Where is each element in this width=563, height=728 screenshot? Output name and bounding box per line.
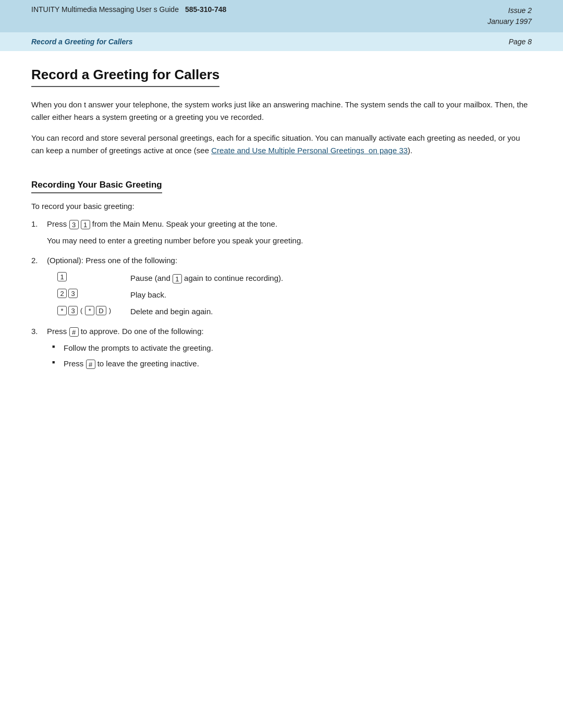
option-desc-2: Play back.	[130, 289, 532, 301]
option-keys-3: * 3 ( * D )	[57, 305, 130, 316]
bullet-2-text-after: to leave the greeting inactive.	[95, 359, 199, 368]
option-desc-3: Delete and begin again.	[130, 305, 532, 318]
page-wrapper: INTUITY Multimedia Messaging User s Guid…	[0, 0, 563, 728]
key-3: 3	[69, 220, 79, 229]
option-keys-1: 1	[57, 272, 130, 281]
step-2-text: (Optional): Press one of the following:	[47, 256, 177, 265]
header-right: Issue 2 January 1997	[487, 5, 532, 27]
section-heading: Recording Your Basic Greeting	[31, 180, 162, 193]
step-1-number: 1.	[31, 218, 38, 230]
options-table: 1 Pause (and 1 again to continue recordi…	[47, 272, 532, 318]
option-row-2: 2 3 Play back.	[57, 289, 532, 301]
step-1-text-after: from the Main Menu. Speak your greeting …	[90, 219, 277, 228]
bullet-item-2: Press # to leave the greeting inactive.	[52, 357, 532, 370]
step-1-note: You may need to enter a greeting number …	[47, 235, 532, 247]
step-3-text-after: to approve. Do one of the following:	[79, 327, 204, 336]
key-hash-2: #	[86, 360, 95, 369]
step-2: 2. (Optional): Press one of the followin…	[31, 254, 532, 318]
key-1-opt: 1	[57, 272, 67, 281]
key-star-d: *	[85, 306, 94, 315]
subheader-band: Record a Greeting for Callers Page 8	[0, 32, 563, 51]
step-1-text-before: Press	[47, 219, 69, 228]
bullet-item-1: Follow the prompts to activate the greet…	[52, 342, 532, 354]
key-2-opt: 2	[57, 289, 67, 298]
key-1-pause: 1	[173, 274, 182, 283]
header-title: INTUITY Multimedia Messaging User s Guid…	[31, 5, 179, 14]
key-hash: #	[69, 327, 79, 337]
step-2-number: 2.	[31, 254, 38, 267]
intro-para-2: You can record and store several persona…	[31, 132, 532, 157]
step-3-number: 3.	[31, 325, 38, 338]
paren-open: (	[80, 305, 82, 316]
to-record-line: To record your basic greeting:	[31, 202, 532, 211]
intro-para2-after-link: ).	[408, 146, 412, 155]
bullet-1-text: Follow the prompts to activate the greet…	[64, 343, 213, 352]
header-part-number: 585-310-748	[185, 5, 226, 14]
step-1: 1. Press 3 1 from the Main Menu. Speak y…	[31, 218, 532, 247]
steps-list: 1. Press 3 1 from the Main Menu. Speak y…	[31, 218, 532, 370]
key-1: 1	[81, 220, 90, 229]
header-left: INTUITY Multimedia Messaging User s Guid…	[31, 5, 226, 14]
key-3-opt: 3	[68, 289, 78, 298]
step-3: 3. Press # to approve. Do one of the fol…	[31, 325, 532, 370]
subheader-page-label: Page 8	[509, 38, 532, 46]
main-content: Record a Greeting for Callers When you d…	[0, 51, 563, 398]
date-label: January 1997	[487, 16, 532, 27]
subheader-section-title: Record a Greeting for Callers	[31, 38, 133, 46]
option-row-3: * 3 ( * D ) Delete and begin again.	[57, 305, 532, 318]
intro-link[interactable]: Create and Use Multiple Personal Greetin…	[211, 146, 408, 155]
intro-para-1: When you don t answer your telephone, th…	[31, 98, 532, 124]
key-3-star: 3	[68, 306, 78, 315]
bullet-2-text-before: Press	[64, 359, 86, 368]
step-3-text-before: Press	[47, 327, 69, 336]
option-row-1: 1 Pause (and 1 again to continue recordi…	[57, 272, 532, 285]
header-band: INTUITY Multimedia Messaging User s Guid…	[0, 0, 563, 32]
issue-label: Issue 2	[487, 5, 532, 16]
key-star-opt: *	[57, 306, 67, 315]
option-keys-2: 2 3	[57, 289, 130, 298]
key-d: D	[96, 306, 106, 315]
paren-close: )	[109, 305, 111, 316]
page-title: Record a Greeting for Callers	[31, 67, 219, 87]
option-desc-1: Pause (and 1 again to continue recording…	[130, 272, 532, 285]
bullet-list: Follow the prompts to activate the greet…	[47, 342, 532, 370]
